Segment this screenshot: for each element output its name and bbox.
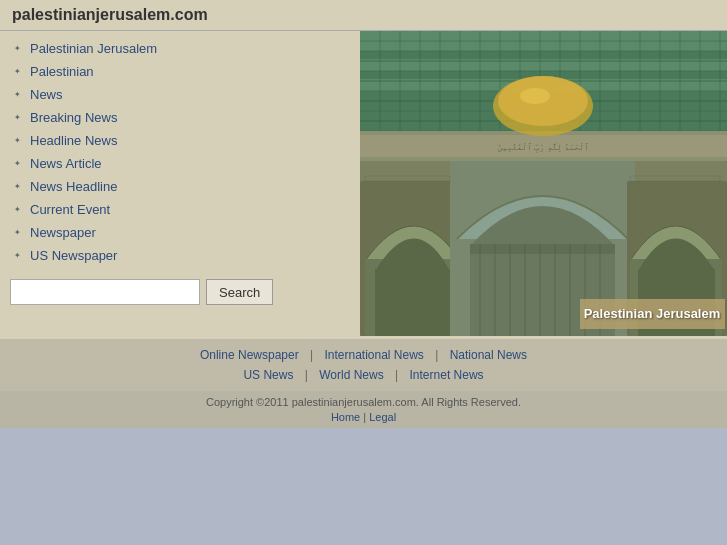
image-panel: ٱلْحَمْدُ لِلَّهِ رَبِّ ٱلْعَٰلَمِينَ	[360, 31, 727, 339]
footer: Copyright ©2011 palestinianjerusalem.com…	[0, 391, 727, 428]
world-news-link[interactable]: World News	[319, 368, 383, 382]
copyright-text: Copyright ©2011 palestinianjerusalem.com…	[5, 396, 722, 408]
sidebar-item-label: News	[30, 87, 63, 102]
footer-links: Home | Legal	[5, 411, 722, 423]
bullet-icon	[10, 180, 24, 194]
bullet-icon	[10, 134, 24, 148]
bullet-icon	[10, 249, 24, 263]
svg-point-58	[520, 88, 550, 104]
svg-text:ٱلْحَمْدُ لِلَّهِ رَبِّ ٱلْعَٰ: ٱلْحَمْدُ لِلَّهِ رَبِّ ٱلْعَٰلَمِينَ	[497, 142, 589, 153]
online-newspaper-link[interactable]: Online Newspaper	[200, 348, 299, 362]
separator: |	[395, 368, 398, 382]
international-news-link[interactable]: International News	[324, 348, 423, 362]
sidebar-item-us-newspaper[interactable]: US Newspaper	[0, 244, 360, 267]
search-button[interactable]: Search	[206, 279, 273, 305]
internet-news-link[interactable]: Internet News	[410, 368, 484, 382]
separator: |	[435, 348, 438, 362]
bullet-icon	[10, 203, 24, 217]
svg-rect-39	[375, 269, 450, 336]
dome-image: ٱلْحَمْدُ لِلَّهِ رَبِّ ٱلْعَٰلَمِينَ	[360, 31, 727, 336]
separator: |	[310, 348, 313, 362]
site-header: palestinianjerusalem.com	[0, 0, 727, 31]
bottom-nav: Online Newspaper | International News | …	[0, 339, 727, 391]
sidebar-item-news[interactable]: News	[0, 83, 360, 106]
sidebar-item-news-article[interactable]: News Article	[0, 152, 360, 175]
bottom-nav-row-2: US News | World News | Internet News	[0, 365, 727, 385]
bullet-icon	[10, 65, 24, 79]
sidebar-item-label: Headline News	[30, 133, 117, 148]
sidebar-item-label: Current Event	[30, 202, 110, 217]
bullet-icon	[10, 157, 24, 171]
bullet-icon	[10, 226, 24, 240]
sidebar-item-label: US Newspaper	[30, 248, 117, 263]
sidebar-item-palestinian[interactable]: Palestinian	[0, 60, 360, 83]
sidebar-item-breaking-news[interactable]: Breaking News	[0, 106, 360, 129]
bullet-icon	[10, 42, 24, 56]
sidebar-item-label: News Headline	[30, 179, 117, 194]
sidebar-item-label: News Article	[30, 156, 102, 171]
sidebar-item-label: Newspaper	[30, 225, 96, 240]
svg-text:Palestinian Jerusalem: Palestinian Jerusalem	[584, 306, 721, 321]
bullet-icon	[10, 111, 24, 125]
legal-link[interactable]: Legal	[369, 411, 396, 423]
main-container: Palestinian Jerusalem Palestinian News B…	[0, 31, 727, 339]
separator: |	[305, 368, 308, 382]
bullet-icon	[10, 88, 24, 102]
sidebar-item-newspaper[interactable]: Newspaper	[0, 221, 360, 244]
search-input[interactable]	[10, 279, 200, 305]
bottom-nav-row-1: Online Newspaper | International News | …	[0, 345, 727, 365]
svg-rect-43	[470, 244, 615, 254]
us-news-link[interactable]: US News	[243, 368, 293, 382]
svg-rect-3	[360, 51, 727, 59]
sidebar-item-label: Breaking News	[30, 110, 117, 125]
national-news-link[interactable]: National News	[450, 348, 527, 362]
search-area: Search	[0, 267, 360, 317]
sidebar-item-palestinian-jerusalem[interactable]: Palestinian Jerusalem	[0, 37, 360, 60]
sidebar: Palestinian Jerusalem Palestinian News B…	[0, 31, 360, 339]
sidebar-item-label: Palestinian Jerusalem	[30, 41, 157, 56]
sidebar-item-current-event[interactable]: Current Event	[0, 198, 360, 221]
home-link[interactable]: Home	[331, 411, 360, 423]
site-title: palestinianjerusalem.com	[12, 6, 208, 23]
sidebar-item-label: Palestinian	[30, 64, 94, 79]
sidebar-item-news-headline[interactable]: News Headline	[0, 175, 360, 198]
sidebar-item-headline-news[interactable]: Headline News	[0, 129, 360, 152]
